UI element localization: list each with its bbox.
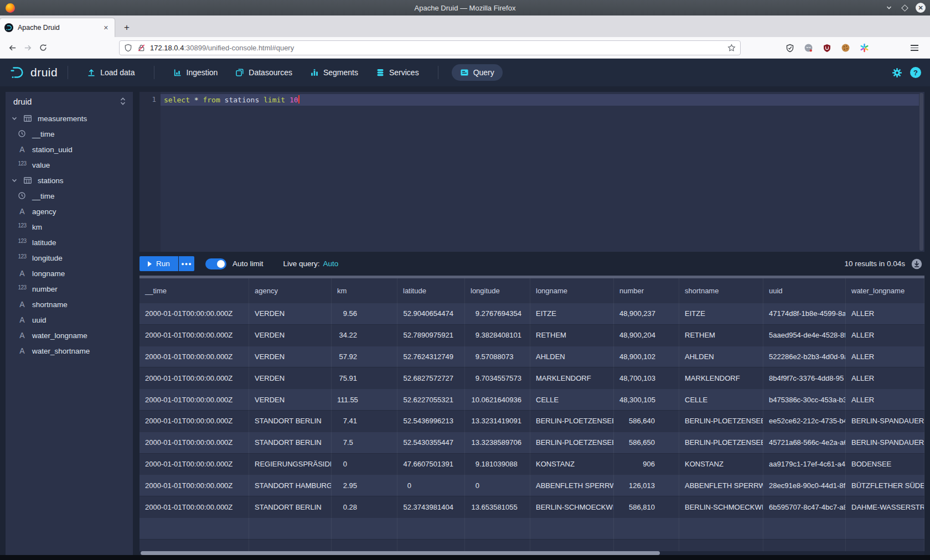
- cell-__time[interactable]: 2000-01-01T00:00:00.000Z: [140, 453, 249, 475]
- help-icon[interactable]: ?: [910, 67, 921, 78]
- cell-__time[interactable]: 2000-01-01T00:00:00.000Z: [140, 367, 249, 388]
- cell-number[interactable]: 126,013: [614, 474, 679, 496]
- cell-water_longname[interactable]: ALLER: [846, 303, 924, 324]
- cell-water_longname[interactable]: BERLIN-SPANDAUER-S: [846, 432, 924, 453]
- cell-uuid[interactable]: 522286e2-b2b3-4d0d-9a: [763, 346, 846, 367]
- cell-__time[interactable]: 2000-01-01T00:00:00.000Z: [140, 410, 249, 432]
- cell-agency[interactable]: STANDORT BERLIN: [249, 432, 332, 453]
- cell-latitude[interactable]: 52.6827572727: [397, 367, 465, 388]
- column-header-shortname[interactable]: shortname: [679, 278, 763, 303]
- tree-column-longname[interactable]: Alongname: [6, 266, 133, 281]
- cell-longname[interactable]: CELLE: [530, 388, 614, 410]
- column-header-__time[interactable]: __time: [140, 278, 249, 303]
- sql-query-text[interactable]: select * from stations limit 10: [164, 95, 299, 104]
- tree-column-__time[interactable]: __time: [6, 126, 133, 142]
- cell-uuid[interactable]: 28ec91e8-90c0-44d1-8f: [763, 474, 846, 496]
- cell-__time[interactable]: 2000-01-01T00:00:00.000Z: [140, 474, 249, 496]
- cell-longitude[interactable]: 9.57088073: [465, 346, 530, 367]
- nav-item-ingestion[interactable]: Ingestion: [173, 68, 218, 77]
- cell-latitude[interactable]: 52.5430355447: [397, 432, 465, 453]
- cell-__time[interactable]: [140, 517, 249, 539]
- cell-longitude[interactable]: 9.3828408101: [465, 324, 530, 346]
- column-header-longname[interactable]: longname: [530, 278, 614, 303]
- download-results-icon[interactable]: [911, 258, 922, 269]
- window-maximize-icon[interactable]: [900, 3, 909, 12]
- cell-uuid[interactable]: ee52ce62-212c-4735-b4: [763, 410, 846, 432]
- cell-__time[interactable]: 2000-01-01T00:00:00.000Z: [140, 388, 249, 410]
- cell-latitude[interactable]: 47.6607501391: [397, 453, 465, 475]
- cell-shortname[interactable]: ABBENFLETH SPERRWER: [679, 474, 763, 496]
- cell-number[interactable]: 48,900,237: [614, 303, 679, 324]
- column-header-number[interactable]: number: [614, 278, 679, 303]
- cell-latitude[interactable]: 52.9040654474: [397, 303, 465, 324]
- cell-water_longname[interactable]: BÜTZFLETHER SÜDERE: [846, 474, 924, 496]
- cell-agency[interactable]: STANDORT BERLIN: [249, 496, 332, 517]
- druid-brand[interactable]: druid: [9, 64, 58, 81]
- cell-longitude[interactable]: 10.0621640936: [465, 388, 530, 410]
- tab-close-icon[interactable]: ✕: [102, 23, 110, 33]
- cell-number[interactable]: [614, 517, 679, 539]
- cell-longitude[interactable]: 9.2767694354: [465, 303, 530, 324]
- nav-item-services[interactable]: Services: [376, 68, 419, 77]
- cell-uuid[interactable]: 8b4f9f7c-3376-4dd8-95: [763, 367, 846, 388]
- cell-__time[interactable]: 2000-01-01T00:00:00.000Z: [140, 324, 249, 346]
- cell-km[interactable]: 111.55: [332, 388, 397, 410]
- cell-longname[interactable]: BERLIN-PLOETZENSEE U: [530, 432, 614, 453]
- url-text[interactable]: 172.18.0.4:30899/unified-console.html#qu…: [150, 44, 727, 52]
- window-close-icon[interactable]: ✕: [916, 3, 926, 13]
- cell-km[interactable]: 0: [332, 453, 397, 475]
- settings-gear-icon[interactable]: [892, 68, 902, 78]
- cookie-icon[interactable]: [841, 43, 850, 53]
- url-bar[interactable]: 172.18.0.4:30899/unified-console.html#qu…: [119, 40, 741, 55]
- column-header-uuid[interactable]: uuid: [763, 278, 846, 303]
- cell-uuid[interactable]: 45721a68-566c-4e2a-a6: [763, 432, 846, 453]
- cell-number[interactable]: 48,700,103: [614, 367, 679, 388]
- run-more-button[interactable]: ●●●: [179, 256, 194, 271]
- privacy-shield-icon[interactable]: [786, 44, 794, 53]
- chevron-down-icon[interactable]: [11, 177, 18, 184]
- auto-limit-toggle[interactable]: [205, 258, 226, 269]
- cell-water_longname[interactable]: [846, 517, 924, 539]
- cell-km[interactable]: 0.28: [332, 496, 397, 517]
- nav-item-datasources[interactable]: Datasources: [235, 68, 292, 77]
- sql-editor[interactable]: 1 select * from stations limit 10: [140, 92, 924, 252]
- tree-column-shortname[interactable]: Ashortname: [6, 297, 133, 312]
- cell-water_longname[interactable]: ALLER: [846, 346, 924, 367]
- tree-column-latitude[interactable]: 123latitude: [6, 235, 133, 250]
- cell-shortname[interactable]: KONSTANZ: [679, 453, 763, 475]
- column-header-agency[interactable]: agency: [249, 278, 332, 303]
- tree-column-uuid[interactable]: Auuid: [6, 312, 133, 328]
- cell-shortname[interactable]: EITZE: [679, 303, 763, 324]
- cell-shortname[interactable]: [679, 517, 763, 539]
- cell-km[interactable]: 9.56: [332, 303, 397, 324]
- run-button[interactable]: Run: [140, 256, 178, 271]
- cell-uuid[interactable]: b475386c-30cc-453a-b3: [763, 388, 846, 410]
- cell-longname[interactable]: BERLIN-PLOETZENSEE C: [530, 410, 614, 432]
- cell-km[interactable]: 7.5: [332, 432, 397, 453]
- cell-longname[interactable]: MARKLENDORF: [530, 367, 614, 388]
- cell-longname[interactable]: EITZE: [530, 303, 614, 324]
- nav-item-query[interactable]: Query: [452, 64, 503, 81]
- cell-km[interactable]: [332, 517, 397, 539]
- auto-limit-label[interactable]: Auto limit: [232, 260, 264, 268]
- cell-uuid[interactable]: 47174d8f-1b8e-4599-8a: [763, 303, 846, 324]
- cell-number[interactable]: 48,900,102: [614, 346, 679, 367]
- sort-carets-icon[interactable]: [120, 97, 126, 105]
- cell-km[interactable]: 2.95: [332, 474, 397, 496]
- cell-km[interactable]: 57.92: [332, 346, 397, 367]
- cell-agency[interactable]: VERDEN: [249, 303, 332, 324]
- tree-column-__time[interactable]: __time: [6, 188, 133, 204]
- editor-scrollbar[interactable]: [919, 93, 923, 251]
- cell-water_longname[interactable]: ALLER: [846, 367, 924, 388]
- reload-button[interactable]: [35, 40, 51, 55]
- cell-agency[interactable]: STANDORT BERLIN: [249, 410, 332, 432]
- bookmark-star-icon[interactable]: [727, 44, 736, 52]
- cell-__time[interactable]: 2000-01-01T00:00:00.000Z: [140, 432, 249, 453]
- cell-shortname[interactable]: RETHEM: [679, 324, 763, 346]
- tree-column-number[interactable]: 123number: [6, 281, 133, 297]
- tracking-shield-icon[interactable]: [124, 44, 132, 52]
- cell-longitude[interactable]: 13.3238589706: [465, 432, 530, 453]
- cell-water_longname[interactable]: BODENSEE: [846, 453, 924, 475]
- cell-latitude[interactable]: 52.3743981404: [397, 496, 465, 517]
- column-header-latitude[interactable]: latitude: [397, 278, 465, 303]
